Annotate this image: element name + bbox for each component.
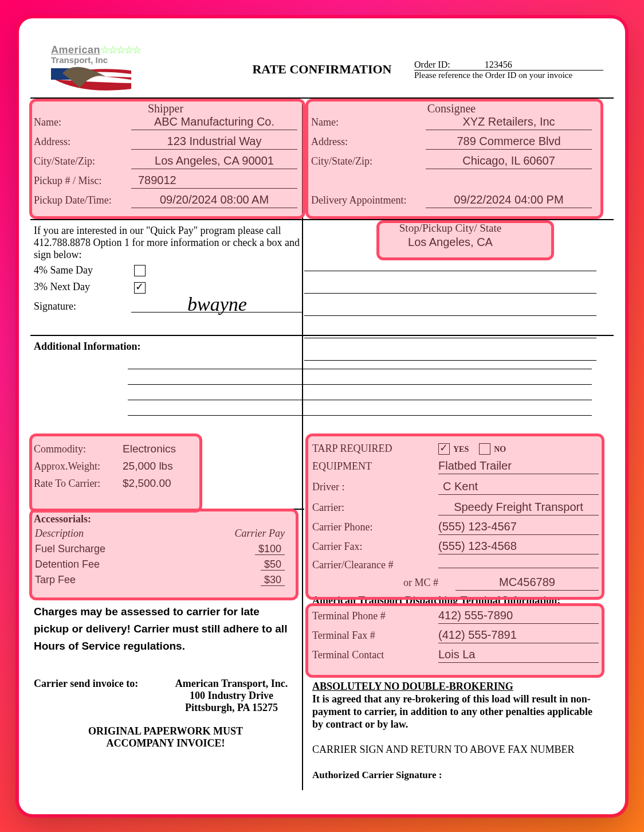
additional-info-label: Additional Information: <box>34 341 141 353</box>
quickpay-signature[interactable]: bwayne <box>131 297 303 313</box>
shipper-block: Shipper Name:ABC Manufacturing Co. Addre… <box>34 102 297 213</box>
no-broker-block: ABSOLUTELY NO DOUBLE-BROKERING It is agr… <box>312 681 599 731</box>
invoice-block: Carrier send invoice to: American Transp… <box>34 678 297 749</box>
order-id-block: Order ID:123456 Please reference the Ord… <box>414 60 603 80</box>
authorized-signature-label: Authorized Carrier Signature : <box>312 769 442 781</box>
quickpay-block: If you are interested in our "Quick Pay"… <box>34 225 303 313</box>
same-day-checkbox[interactable] <box>134 265 146 276</box>
accessorials-block: Accessorials: Description Carrier Pay Fu… <box>34 513 286 588</box>
rate-confirmation-page: American☆☆☆☆☆ Transport, Inc RATE CONFIR… <box>19 18 625 814</box>
late-warning: Charges may be assessed to carrier for l… <box>34 603 292 655</box>
order-id: 123456 <box>485 60 512 70</box>
next-day-checkbox[interactable] <box>134 282 146 294</box>
commodity-block: Commodity: Electronics Approx.Weight: 25… <box>34 443 274 494</box>
stops-block: Stop/Pickup City/ State Los Angeles, CA <box>304 222 596 361</box>
carrier-info-block: TARP REQUIRED YES NO EQUIPMENTFlatbed Tr… <box>312 443 599 596</box>
tarp-yes-checkbox[interactable] <box>438 443 450 455</box>
vertical-divider <box>302 102 303 790</box>
terminal-block: Terminal Phone #412) 555-7890 Terminal F… <box>312 609 599 667</box>
consignee-block: Consignee Name:XYZ Retailers, Inc Addres… <box>311 102 592 213</box>
shipper-name: ABC Manufacturing Co. <box>131 115 297 130</box>
tarp-no-checkbox[interactable] <box>479 443 490 455</box>
